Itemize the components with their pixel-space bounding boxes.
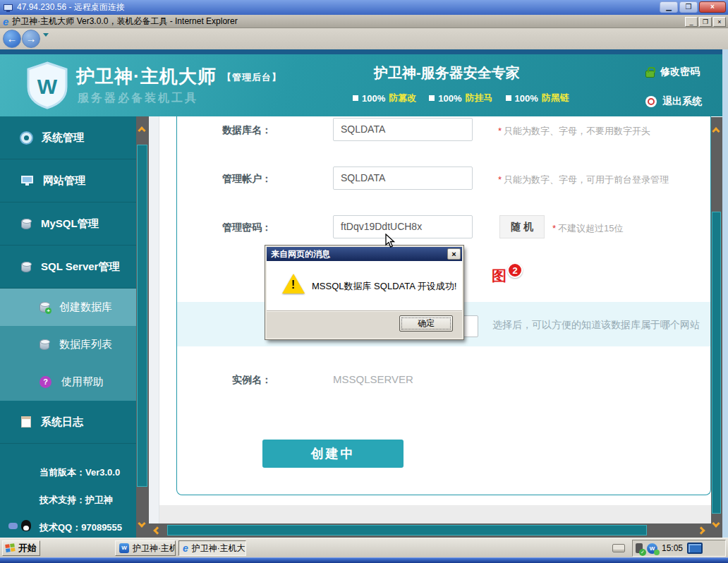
rdp-minimize-button[interactable]: ▁ <box>660 1 678 13</box>
sidebar: 系统管理 网站管理 MySQL管理 SQL Server管理 + 创建数据库 数… <box>0 116 136 538</box>
scroll-up-icon[interactable] <box>138 126 145 134</box>
taskbar: 开始 >_ W 护卫神·主机大师 V3... e 护卫神·主机大师 Ve... … <box>0 538 728 557</box>
start-button[interactable]: 开始 <box>2 540 40 556</box>
database-icon <box>21 219 31 229</box>
header-slogan: 护卫神-服务器安全专家 <box>374 63 520 83</box>
tray-clock[interactable]: 15:05 <box>662 543 683 553</box>
window-title: 护卫神·主机大师 Ver3.0.0，装机必备工具 - Internet Expl… <box>12 16 237 28</box>
stat-square-icon <box>506 95 511 101</box>
dialog-titlebar[interactable]: 来自网页的消息 × <box>267 247 462 261</box>
monitor-icon <box>21 176 33 183</box>
page-top-strip <box>0 49 728 54</box>
sidebar-item-system[interactable]: 系统管理 <box>0 116 136 159</box>
figure-label: 图 <box>492 266 506 286</box>
right-scrollbar[interactable] <box>711 117 722 538</box>
site-hint: 选择后，可以方便的知道该数据库属于哪个网站 <box>492 319 700 332</box>
dialog-close-button[interactable]: × <box>447 248 461 260</box>
scroll-right-icon[interactable] <box>697 526 705 534</box>
stat-square-icon <box>429 95 435 101</box>
show-desktop-icon[interactable] <box>687 543 703 554</box>
content-gutter <box>149 116 159 523</box>
remote-desktop-bar: 47.94.230.56 - 远程桌面连接 ▁ ❐ × <box>0 0 728 15</box>
admin-password-hint: *不建议超过15位 <box>552 222 624 235</box>
window-right-border <box>722 49 728 538</box>
window-close-button[interactable]: × <box>713 17 726 27</box>
admin-user-input[interactable]: SQLDATA <box>333 167 473 190</box>
version-text: 当前版本：Ver3.0.0 <box>40 466 136 479</box>
history-dropdown-icon[interactable] <box>43 37 49 49</box>
taskbar-task-ie[interactable]: e 护卫神·主机大师 Ve... <box>178 540 246 556</box>
rdp-restore-button[interactable]: ❐ <box>679 1 698 13</box>
sidebar-item-website[interactable]: 网站管理 <box>0 159 136 202</box>
left-scrollbar[interactable] <box>136 116 149 538</box>
admin-user-hint: *只能为数字、字母，可用于前台登录管理 <box>498 174 669 186</box>
power-icon <box>645 96 657 107</box>
admin-password-input[interactable]: ftDqv19DdtUCH8x <box>333 215 473 238</box>
scroll-down-icon[interactable] <box>712 519 720 527</box>
dialog-message: MSSQL数据库 SQLDATA 开设成功! <box>312 280 456 293</box>
tray-shield-icon[interactable]: W <box>647 543 657 554</box>
create-button[interactable]: 创建中 <box>262 440 404 468</box>
select-arrow-icon <box>469 324 473 327</box>
instance-value: MSSQLSERVER <box>333 373 413 385</box>
remote-desktop-icon <box>4 4 13 11</box>
system-tray: W 15:05 <box>632 540 726 557</box>
help-icon: ? <box>40 376 51 388</box>
taskbar-task-hws[interactable]: W 护卫神·主机大师 V3... <box>115 540 176 556</box>
sidebar-item-syslog[interactable]: 系统日志 <box>0 401 136 444</box>
sidebar-footer: 当前版本：Ver3.0.0 技术支持：护卫神 技术QQ：97089555 <box>0 444 136 534</box>
submenu-item-create-database[interactable]: + 创建数据库 <box>0 289 136 326</box>
dialog-body: MSSQL数据库 SQLDATA 开设成功! <box>267 261 462 310</box>
usb-device-icon[interactable] <box>636 543 643 553</box>
stat-square-icon <box>353 95 358 101</box>
warning-icon <box>282 274 305 293</box>
figure-number-badge: 2 <box>507 262 523 278</box>
lock-icon <box>645 71 655 78</box>
submenu-item-database-list[interactable]: 数据库列表 <box>0 326 136 363</box>
window-minimize-button[interactable]: _ <box>685 17 698 27</box>
qq-penguin-icon <box>21 520 31 531</box>
sidebar-item-mysql[interactable]: MySQL管理 <box>0 202 136 246</box>
admin-user-label: 管理帐户： <box>176 173 272 186</box>
db-name-input[interactable]: SQLDATA <box>333 118 473 141</box>
horizontal-scrollbar[interactable] <box>149 523 711 538</box>
random-password-button[interactable]: 随 机 <box>499 215 545 238</box>
mouse-cursor-icon <box>385 234 396 249</box>
keyboard-layout-icon[interactable] <box>612 544 625 552</box>
forward-button[interactable]: → <box>22 30 40 48</box>
svg-text:W: W <box>37 75 58 98</box>
browser-navbar: ← → W http://localhost:6588/admin/index.… <box>0 28 728 49</box>
database-add-icon: + <box>40 302 49 313</box>
submenu-item-help[interactable]: ? 使用帮助 <box>0 363 136 401</box>
content-bottom-strip <box>159 505 711 523</box>
brand-subtitle: 服务器必备装机工具 <box>78 91 198 106</box>
horizontal-scrollbar-thumb[interactable] <box>167 525 647 535</box>
sqlserver-submenu: + 创建数据库 数据库列表 ? 使用帮助 <box>0 289 136 401</box>
scroll-up-icon[interactable] <box>712 127 720 135</box>
dialog-footer: 确定 <box>267 310 462 338</box>
right-scrollbar-thumb[interactable] <box>712 212 721 514</box>
window-restore-button[interactable]: ❐ <box>699 17 712 27</box>
db-name-hint: *只能为数字、字母，不要用数字开头 <box>498 125 650 138</box>
brand-title: 护卫神·主机大师 【管理后台】 <box>76 64 281 89</box>
sidebar-item-sqlserver[interactable]: SQL Server管理 <box>0 246 136 289</box>
webpage-message-dialog: 来自网页的消息 × MSSQL数据库 SQLDATA 开设成功! 确定 <box>265 246 463 339</box>
screen: 47.94.230.56 - 远程桌面连接 ▁ ❐ × e 护卫神·主机大师 V… <box>0 0 728 563</box>
db-name-label: 数据库名： <box>176 124 272 137</box>
change-password-link[interactable]: 修改密码 <box>645 66 700 78</box>
browser-titlebar: e 护卫神·主机大师 Ver3.0.0，装机必备工具 - Internet Ex… <box>0 15 728 28</box>
windows-logo-icon <box>5 543 16 553</box>
scroll-left-icon[interactable] <box>153 526 161 534</box>
dialog-ok-button[interactable]: 确定 <box>399 315 453 332</box>
page-header: W 护卫神·主机大师 【管理后台】 服务器必备装机工具 护卫神-服务器安全专家 … <box>0 54 728 116</box>
left-scrollbar-thumb[interactable] <box>137 145 147 487</box>
dialog-title: 来自网页的消息 <box>271 248 330 260</box>
scroll-down-icon[interactable] <box>138 519 145 527</box>
logout-link[interactable]: 退出系统 <box>645 95 702 108</box>
instance-label: 实例名： <box>176 374 272 387</box>
header-stats: 100%防篡改 100%防挂马 100%防黑链 <box>353 92 569 104</box>
back-button[interactable]: ← <box>3 30 21 48</box>
rdp-close-button[interactable]: × <box>699 1 726 13</box>
log-icon <box>21 416 31 428</box>
remote-desktop-title: 47.94.230.56 - 远程桌面连接 <box>17 1 125 13</box>
